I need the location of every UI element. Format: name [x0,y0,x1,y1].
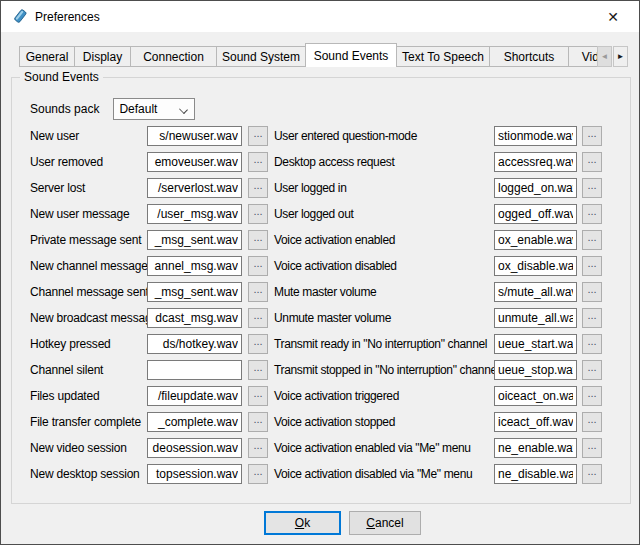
sound-file-input[interactable] [147,412,242,432]
event-label: User logged out [274,207,494,221]
event-row: Unmute master volume ... [274,308,602,328]
browse-button[interactable]: ... [248,386,268,406]
tab-scroll-left-icon[interactable]: ◄ [597,46,612,67]
tab-general[interactable]: General [19,46,75,67]
preferences-dialog: Preferences ✕ General Display Connection… [0,0,640,545]
tab-video[interactable]: Video [568,46,599,67]
sound-file-input[interactable] [147,204,242,224]
sound-file-input[interactable] [494,282,577,302]
sound-file-input[interactable] [494,230,577,250]
event-row: New desktop session ... [30,464,268,484]
tab-label: Connection [143,50,204,64]
event-row: Voice activation stopped ... [274,412,602,432]
sound-file-input[interactable] [147,282,242,302]
sound-file-input[interactable] [147,334,242,354]
sound-file-input[interactable] [494,334,577,354]
event-label: Server lost [30,181,147,195]
sound-file-input[interactable] [147,360,242,380]
sound-file-input[interactable] [494,126,577,146]
browse-button[interactable]: ... [248,152,268,172]
browse-button[interactable]: ... [582,230,602,250]
browse-button[interactable]: ... [582,438,602,458]
browse-button[interactable]: ... [248,438,268,458]
event-row: Transmit ready in "No interruption" chan… [274,334,602,354]
tab-label: Shortcuts [504,50,555,64]
browse-button[interactable]: ... [248,282,268,302]
group-title: Sound Events [20,70,103,84]
browse-button[interactable]: ... [248,256,268,276]
sound-file-input[interactable] [147,230,242,250]
browse-button[interactable]: ... [582,126,602,146]
cancel-button[interactable]: Cancel [349,511,421,535]
close-icon[interactable]: ✕ [597,6,629,27]
browse-button[interactable]: ... [582,464,602,484]
sound-file-input[interactable] [147,464,242,484]
tab-label: Sound Events [314,49,389,63]
browse-button[interactable]: ... [582,152,602,172]
tab-connection[interactable]: Connection [130,46,217,67]
browse-button[interactable]: ... [248,308,268,328]
browse-button[interactable]: ... [248,204,268,224]
tab-shortcuts[interactable]: Shortcuts [489,46,569,67]
tab-label: General [26,50,69,64]
sound-file-input[interactable] [147,386,242,406]
browse-button[interactable]: ... [248,412,268,432]
event-label: File transfer complete [30,415,147,429]
browse-button[interactable]: ... [248,178,268,198]
event-label: Transmit stopped in "No interruption" ch… [274,363,494,377]
tab-scroll-right-icon[interactable]: ► [613,46,628,67]
sound-file-input[interactable] [147,308,242,328]
event-row: New broadcast message ... [30,308,268,328]
app-icon [12,8,28,24]
browse-button[interactable]: ... [582,282,602,302]
browse-button[interactable]: ... [582,334,602,354]
event-label: New desktop session [30,467,147,481]
sounds-pack-select[interactable]: Default [113,98,195,120]
tab-sound-events[interactable]: Sound Events [305,43,397,67]
tab-sound-system[interactable]: Sound System [216,46,306,67]
browse-button[interactable]: ... [248,464,268,484]
window-title: Preferences [35,10,100,24]
sound-file-input[interactable] [147,126,242,146]
browse-button[interactable]: ... [582,178,602,198]
tab-text-to-speech[interactable]: Text To Speech [396,46,490,67]
ok-button[interactable]: Ok [264,511,341,535]
sound-file-input[interactable] [147,438,242,458]
event-row: Voice activation enabled ... [274,230,602,250]
event-label: New channel message [30,259,147,273]
event-label: Voice activation stopped [274,415,494,429]
events-column-right: User entered question-mode ... Desktop a… [274,126,602,490]
sound-file-input[interactable] [494,308,577,328]
browse-button[interactable]: ... [248,360,268,380]
event-row: New user ... [30,126,268,146]
sound-file-input[interactable] [494,464,577,484]
event-label: Transmit ready in "No interruption" chan… [274,337,494,351]
event-row: Channel silent ... [30,360,268,380]
sound-file-input[interactable] [494,152,577,172]
sound-file-input[interactable] [147,152,242,172]
browse-button[interactable]: ... [582,386,602,406]
tab-display[interactable]: Display [74,46,131,67]
browse-button[interactable]: ... [582,308,602,328]
browse-button[interactable]: ... [582,412,602,432]
browse-button[interactable]: ... [248,230,268,250]
sound-file-input[interactable] [494,204,577,224]
sound-file-input[interactable] [494,178,577,198]
browse-button[interactable]: ... [582,256,602,276]
event-row: Voice activation enabled via "Me" menu .… [274,438,602,458]
sound-file-input[interactable] [494,438,577,458]
event-label: Desktop access request [274,155,494,169]
browse-button[interactable]: ... [248,126,268,146]
sound-file-input[interactable] [494,360,577,380]
sound-file-input[interactable] [494,386,577,406]
event-label: User removed [30,155,147,169]
sound-file-input[interactable] [494,256,577,276]
chevron-down-icon [179,105,188,114]
browse-button[interactable]: ... [582,204,602,224]
browse-button[interactable]: ... [248,334,268,354]
browse-button[interactable]: ... [582,360,602,380]
sound-file-input[interactable] [147,256,242,276]
sound-file-input[interactable] [494,412,577,432]
sounds-pack-label: Sounds pack [30,102,99,116]
sound-file-input[interactable] [147,178,242,198]
